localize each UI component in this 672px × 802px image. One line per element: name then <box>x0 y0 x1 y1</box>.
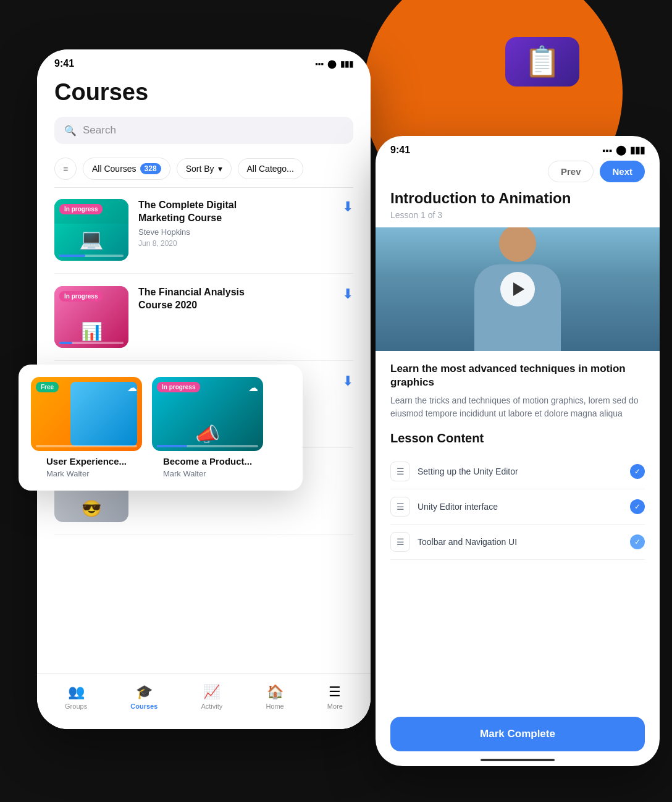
lesson-item-3[interactable]: ☰ Toolbar and Navigation UI ✓ <box>390 525 645 560</box>
download-button-3[interactable]: ⬇ <box>342 373 353 389</box>
description-section: Learn the most advanced techniques in mo… <box>376 351 660 431</box>
mark-complete-button[interactable]: Mark Complete <box>390 717 645 751</box>
lesson-content-section: Lesson Content ☰ Setting up the Unity Ed… <box>376 431 660 560</box>
all-categories-button[interactable]: All Catego... <box>238 158 303 179</box>
course-info-2: The Financial AnalysisCourse 2020 <box>138 286 332 314</box>
course-card-1[interactable]: 💻 In progress The Complete DigitalMarket… <box>54 199 353 274</box>
download-button-2[interactable]: ⬇ <box>342 286 353 302</box>
chevron-down-icon: ▾ <box>218 164 222 174</box>
lesson-name-3: Toolbar and Navigation UI <box>418 537 623 547</box>
wifi-icon-2: ⬤ <box>616 145 626 156</box>
search-bar[interactable]: 🔍 Search <box>54 117 353 144</box>
search-placeholder: Search <box>83 124 116 137</box>
detail-title: Introduction to Animation <box>390 190 645 208</box>
prev-button[interactable]: Prev <box>548 161 594 182</box>
product-progress-fill <box>157 445 187 447</box>
lesson-check-partial-3: ✓ <box>630 534 645 549</box>
all-categories-label: All Catego... <box>247 164 294 174</box>
progress-fill-2 <box>59 342 72 344</box>
sort-by-button[interactable]: Sort By ▾ <box>177 158 232 179</box>
nav-activity[interactable]: 📈 Activity <box>201 684 222 710</box>
prev-next-nav: Prev Next <box>376 161 660 190</box>
course-thumb-1: 💻 In progress <box>54 199 128 261</box>
lesson-item-1[interactable]: ☰ Setting up the Unity Editor ✓ <box>390 454 645 489</box>
nav-courses[interactable]: 🎓 Courses <box>130 684 158 710</box>
lesson-doc-icon-2: ☰ <box>390 497 410 517</box>
lesson-check-2: ✓ <box>630 499 645 514</box>
app-icon-decoration: 📋 <box>505 37 579 87</box>
lesson-content-title: Lesson Content <box>390 431 645 445</box>
home-icon: 🏠 <box>267 684 284 700</box>
progress-fill-1 <box>59 255 85 257</box>
nav-more-label: More <box>327 703 343 710</box>
nav-activity-label: Activity <box>201 703 222 710</box>
float-info-product: Become a Product... Mark Walter <box>163 456 252 478</box>
signal-icon-2: ▪▪▪ <box>602 145 612 156</box>
float-info-ux: User Experience... Mark Walter <box>46 456 127 478</box>
lesson-check-1: ✓ <box>630 464 645 479</box>
status-bar-1: 9:41 ▪▪▪ ⬤ ▮▮▮ <box>37 49 371 74</box>
battery-icon: ▮▮▮ <box>340 59 353 69</box>
wifi-icon: ⬤ <box>327 59 337 69</box>
lesson-name-1: Setting up the Unity Editor <box>418 466 623 476</box>
nav-courses-label: Courses <box>130 703 158 710</box>
play-button[interactable] <box>500 272 535 306</box>
description-text: Learn the tricks and techniques of motio… <box>390 394 645 420</box>
activity-icon: 📈 <box>203 684 220 700</box>
sort-by-label: Sort By <box>186 164 214 174</box>
nav-home-label: Home <box>266 703 284 710</box>
float-card-product[interactable]: 📣 In progress ☁ Become a Product... Mark… <box>152 377 263 478</box>
float-card-ux[interactable]: 📱 Free ☁ User Experience... Mark Walter <box>31 377 142 478</box>
battery-icon-2: ▮▮▮ <box>630 145 645 156</box>
float-thumb-product: 📣 In progress ☁ <box>152 377 263 451</box>
course-author-1: Steve Hopkins <box>138 227 332 237</box>
nav-home[interactable]: 🏠 Home <box>266 684 284 710</box>
groups-icon: 👥 <box>68 684 85 700</box>
more-icon: ☰ <box>329 684 341 700</box>
course-title-2: The Financial AnalysisCourse 2020 <box>138 286 332 312</box>
float-author-product: Mark Walter <box>163 469 252 478</box>
lesson-info: Lesson 1 of 3 <box>390 210 645 220</box>
float-title-ux: User Experience... <box>46 456 127 466</box>
next-button[interactable]: Next <box>600 161 645 182</box>
description-heading: Learn the most advanced techniques in mo… <box>390 362 645 389</box>
video-thumbnail[interactable] <box>376 227 660 351</box>
download-button-1[interactable]: ⬇ <box>342 199 353 215</box>
progress-bar-1 <box>59 255 124 257</box>
status-time-2: 9:41 <box>390 145 410 156</box>
floating-course-card: 📱 Free ☁ User Experience... Mark Walter … <box>19 365 303 491</box>
lesson-item-2[interactable]: ☰ Unity Editor interface ✓ <box>390 489 645 525</box>
status-time-1: 9:41 <box>54 58 74 69</box>
lesson-doc-icon-1: ☰ <box>390 462 410 481</box>
status-bar-2: 9:41 ▪▪▪ ⬤ ▮▮▮ <box>376 136 660 161</box>
in-progress-badge-float: In progress <box>157 382 200 392</box>
status-icons-2: ▪▪▪ ⬤ ▮▮▮ <box>602 145 645 156</box>
nav-groups[interactable]: 👥 Groups <box>65 684 87 710</box>
product-progress-bar <box>157 445 258 447</box>
play-triangle-icon <box>513 282 524 296</box>
lesson-name-2: Unity Editor interface <box>418 502 623 512</box>
filter-button[interactable]: ≡ <box>54 158 77 180</box>
course-thumb-2: 📊 In progress <box>54 286 128 348</box>
lesson-doc-icon-3: ☰ <box>390 532 410 552</box>
course-info-1: The Complete DigitalMarketing Course Ste… <box>138 199 332 248</box>
course-date-1: Jun 8, 2020 <box>138 239 332 248</box>
bottom-navigation: 👥 Groups 🎓 Courses 📈 Activity 🏠 Home ☰ M… <box>37 673 371 729</box>
ux-progress-bar <box>36 445 137 447</box>
float-thumb-ux: 📱 Free ☁ <box>31 377 142 451</box>
float-author-ux: Mark Walter <box>46 469 127 478</box>
page-title: Courses <box>54 74 353 106</box>
detail-header: Introduction to Animation Lesson 1 of 3 <box>376 190 660 227</box>
progress-bar-2 <box>59 342 124 344</box>
course-card-2[interactable]: 📊 In progress The Financial AnalysisCour… <box>54 286 353 361</box>
phone-2-course-detail: 9:41 ▪▪▪ ⬤ ▮▮▮ Prev Next Introduction to… <box>376 136 660 766</box>
search-icon: 🔍 <box>64 125 77 137</box>
free-badge-ux: Free <box>36 382 59 392</box>
nav-more[interactable]: ☰ More <box>327 684 343 710</box>
in-progress-badge-2: In progress <box>59 291 103 302</box>
all-courses-button[interactable]: All Courses 328 <box>83 158 170 180</box>
courses-count-badge: 328 <box>140 163 161 174</box>
filter-row: ≡ All Courses 328 Sort By ▾ All Catego..… <box>54 158 353 188</box>
course-title-1: The Complete DigitalMarketing Course <box>138 199 332 225</box>
nav-groups-label: Groups <box>65 703 87 710</box>
